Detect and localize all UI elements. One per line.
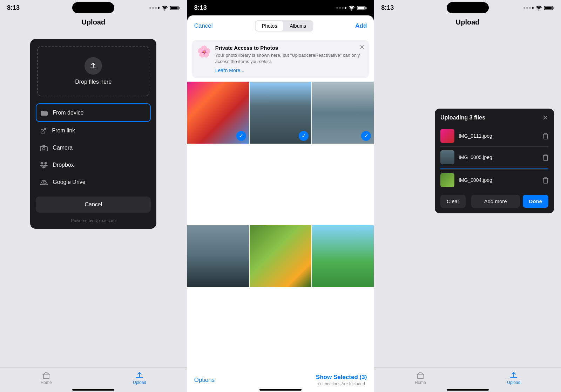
privacy-title: Private Access to Photos	[215, 45, 364, 51]
photo-cell-2[interactable]: ✓	[250, 82, 311, 143]
menu-item-dropbox[interactable]: Dropbox	[36, 156, 151, 173]
file-name-3: IMG_0004.jpeg	[459, 177, 539, 183]
photo-grid: ✓ ✓ ✓	[187, 82, 374, 368]
file-list: IMG_0111.jpeg IMG_0005.jpeg IMG_0004	[435, 125, 554, 191]
dynamic-island-3	[447, 2, 489, 13]
upload-dialog: Drop files here From device From link Ca…	[30, 39, 156, 229]
file-name-1: IMG_0111.jpeg	[459, 133, 539, 139]
status-icons-1	[149, 5, 180, 11]
nav-home-1[interactable]: Home	[41, 371, 52, 385]
time-1: 8:13	[7, 4, 20, 12]
photo-cell-1[interactable]: ✓	[187, 82, 249, 143]
check-badge-2: ✓	[299, 131, 309, 141]
file-delete-2[interactable]	[543, 153, 548, 161]
panel-photo-picker: 8:13 Cancel Photos Albums Add	[187, 0, 374, 392]
upload-nav-icon-3	[510, 371, 518, 379]
photo-cell-3[interactable]: ✓	[312, 82, 374, 143]
clear-button[interactable]: Clear	[440, 195, 466, 208]
drop-text: Drop files here	[75, 79, 111, 85]
dialog-title: Uploading 3 files	[440, 115, 485, 121]
dialog-cancel-button[interactable]: Cancel	[36, 197, 151, 213]
menu-item-camera[interactable]: Camera	[36, 139, 151, 156]
svg-rect-7	[358, 7, 365, 9]
time-3: 8:13	[381, 4, 394, 12]
file-item-2: IMG_0005.jpeg	[436, 147, 553, 168]
file-delete-3[interactable]	[543, 176, 548, 184]
privacy-banner: 🌸 Private Access to Photos Your photo li…	[192, 40, 369, 78]
tab-photos[interactable]: Photos	[256, 21, 284, 31]
check-badge-3: ✓	[361, 131, 371, 141]
panel-upload-dialog: 8:13 Upload Dr	[0, 0, 187, 392]
upload-nav-icon-1	[136, 371, 143, 379]
svg-rect-3	[40, 146, 47, 151]
nav-upload-label-1: Upload	[133, 380, 146, 385]
svg-rect-5	[43, 375, 49, 379]
battery-icon-1	[170, 5, 180, 11]
signal-3	[523, 7, 534, 9]
file-delete-1[interactable]	[543, 132, 548, 139]
photo-cell-4[interactable]	[187, 225, 249, 287]
home-icon-3	[417, 371, 424, 379]
location-label: ⊙ Locations Are Included	[316, 381, 367, 386]
privacy-text: Your photo library is shown here, but "U…	[215, 52, 364, 65]
menu-item-device[interactable]: From device	[36, 103, 151, 122]
dialog-close-button[interactable]: ✕	[542, 114, 548, 122]
time-2: 8:13	[194, 4, 207, 12]
menu-item-link[interactable]: From link	[36, 122, 151, 139]
file-thumb-3	[440, 173, 454, 187]
menu-label-dropbox: Dropbox	[53, 162, 74, 168]
dialog-header: Uploading 3 files ✕	[435, 109, 554, 125]
status-bar-1: 8:13	[0, 0, 187, 15]
nav-home-label-3: Home	[415, 380, 426, 385]
menu-item-google-drive[interactable]: Google Drive	[36, 174, 151, 191]
nav-upload-1[interactable]: Upload	[133, 371, 146, 385]
photo-cell-5[interactable]	[250, 225, 311, 287]
upload-progress-dialog: Uploading 3 files ✕ IMG_0111.jpeg IMG_00…	[435, 109, 554, 213]
privacy-content: Private Access to Photos Your photo libr…	[215, 45, 364, 73]
nav-home-label-1: Home	[41, 380, 52, 385]
svg-rect-1	[170, 7, 177, 9]
home-indicator-3	[447, 389, 489, 391]
status-bar-3: 8:13	[374, 0, 561, 15]
svg-point-4	[43, 147, 45, 150]
status-icons-2	[336, 5, 367, 11]
file-thumb-2	[440, 150, 454, 164]
bottom-nav-1: Home Upload	[0, 367, 187, 392]
picker-cancel-button[interactable]: Cancel	[194, 22, 213, 29]
privacy-close-button[interactable]: ✕	[359, 43, 365, 51]
status-icons-3	[523, 5, 554, 11]
learn-more-button[interactable]: Learn More...	[215, 68, 364, 73]
battery-icon-2	[357, 5, 367, 11]
page-title-1: Upload	[81, 18, 105, 26]
drop-zone[interactable]: Drop files here	[37, 46, 149, 96]
photo-cell-6[interactable]	[312, 225, 374, 287]
picker-add-button[interactable]: Add	[355, 22, 367, 29]
picker-footer: Options Show Selected (3) ⊙ Locations Ar…	[187, 368, 374, 392]
photo-picker: Cancel Photos Albums Add 🌸 Private Acces…	[187, 15, 374, 392]
menu-label-device: From device	[53, 110, 83, 116]
svg-rect-2	[179, 7, 180, 9]
page-title-3: Upload	[456, 18, 480, 26]
camera-icon	[40, 144, 48, 151]
home-indicator-1	[72, 389, 114, 391]
dynamic-island-1	[72, 2, 114, 13]
dropbox-icon	[40, 161, 48, 169]
nav-upload-3[interactable]: Upload	[507, 371, 520, 385]
home-icon-1	[42, 371, 50, 379]
menu-label-google-drive: Google Drive	[53, 179, 85, 185]
add-more-button[interactable]: Add more	[471, 195, 520, 208]
show-selected-button[interactable]: Show Selected (3)	[316, 374, 367, 381]
svg-rect-10	[545, 7, 552, 9]
folder-icon	[41, 109, 48, 116]
options-button[interactable]: Options	[194, 377, 215, 384]
upload-icon	[85, 57, 102, 75]
file-progress-bar-2	[440, 168, 548, 169]
file-item-1: IMG_0111.jpeg	[436, 125, 553, 146]
svg-rect-8	[366, 7, 367, 9]
signal-2	[336, 7, 346, 9]
bottom-nav-3: Home Upload	[374, 367, 561, 392]
photos-icon: 🌸	[197, 45, 211, 58]
tab-albums[interactable]: Albums	[283, 21, 312, 31]
done-button[interactable]: Done	[523, 195, 549, 208]
nav-home-3[interactable]: Home	[415, 371, 426, 385]
